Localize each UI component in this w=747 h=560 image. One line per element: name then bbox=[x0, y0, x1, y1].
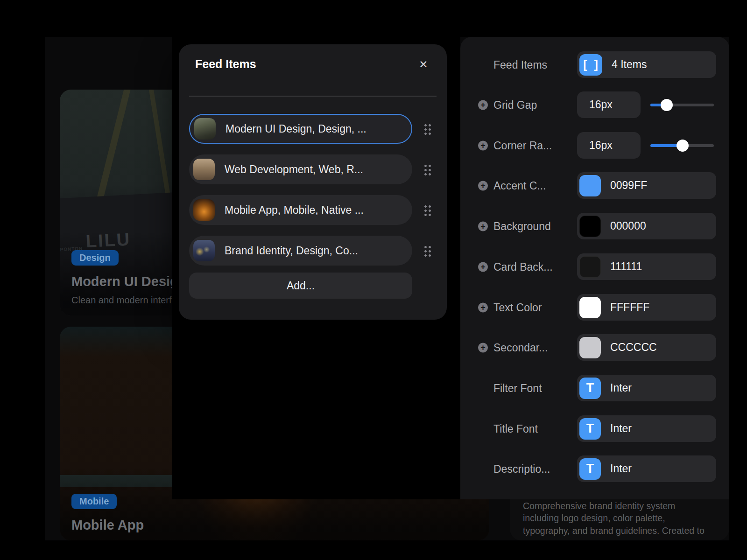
drag-handle-icon[interactable] bbox=[423, 123, 431, 135]
color-swatch bbox=[579, 175, 601, 196]
drag-handle-icon[interactable] bbox=[423, 163, 431, 175]
panel-row-corner-radius: + Corner Ra... 16px bbox=[460, 132, 729, 159]
add-property-icon[interactable]: + bbox=[478, 100, 488, 110]
add-property-icon[interactable]: + bbox=[478, 262, 488, 272]
feed-item-row[interactable]: Web Development, Web, R... bbox=[189, 154, 412, 184]
close-icon[interactable]: ✕ bbox=[416, 56, 431, 72]
add-property-icon[interactable]: + bbox=[478, 140, 488, 150]
item-thumbnail bbox=[193, 199, 215, 221]
slider-thumb[interactable] bbox=[677, 140, 689, 152]
card-description: Comprehensive brand identity system incl… bbox=[523, 500, 713, 537]
color-swatch bbox=[579, 256, 601, 278]
modal-title: Feed Items bbox=[195, 57, 256, 71]
description-font-control[interactable]: T Inter bbox=[577, 455, 716, 482]
panel-row-text-color: + Text Color FFFFFF bbox=[460, 294, 729, 321]
font-icon: T bbox=[579, 378, 601, 399]
background-color-control[interactable]: 000000 bbox=[577, 213, 716, 239]
grid-gap-value[interactable]: 16px bbox=[577, 91, 641, 118]
color-swatch bbox=[579, 297, 601, 318]
brackets-icon: [ ] bbox=[579, 54, 602, 76]
category-badge: Design bbox=[71, 250, 119, 266]
properties-panel: Feed Items [ ] 4 Items + Grid Gap 16px +… bbox=[460, 37, 729, 499]
feed-items-modal: Feed Items ✕ Modern UI Design, Design, .… bbox=[179, 44, 447, 320]
color-swatch bbox=[579, 337, 601, 358]
item-thumbnail bbox=[193, 159, 215, 180]
secondary-color-control[interactable]: CCCCCC bbox=[577, 334, 716, 361]
feed-items-control[interactable]: [ ] 4 Items bbox=[577, 51, 716, 78]
property-label: Background bbox=[493, 220, 551, 232]
add-property-icon[interactable]: + bbox=[478, 221, 488, 231]
property-label: Card Back... bbox=[493, 260, 553, 273]
property-label: Corner Ra... bbox=[493, 139, 552, 152]
add-property-icon[interactable]: + bbox=[478, 181, 488, 190]
corner-radius-slider[interactable] bbox=[650, 132, 714, 159]
panel-row-filter-font: Filter Font T Inter bbox=[460, 375, 729, 401]
panel-row-feed-items: Feed Items [ ] 4 Items bbox=[460, 51, 729, 78]
slider-thumb[interactable] bbox=[661, 99, 673, 111]
feed-item-row[interactable]: Modern UI Design, Design, ... bbox=[189, 114, 412, 144]
panel-row-accent-color: + Accent C... 0099FF bbox=[460, 172, 729, 199]
property-label: Filter Font bbox=[493, 382, 542, 394]
add-property-icon[interactable]: + bbox=[478, 343, 488, 352]
feed-item-row[interactable]: Brand Identity, Design, Co... bbox=[189, 236, 412, 266]
add-item-button[interactable]: Add... bbox=[189, 273, 412, 299]
color-swatch bbox=[579, 216, 601, 237]
title-font-control[interactable]: T Inter bbox=[577, 415, 716, 442]
grid-gap-slider[interactable] bbox=[650, 91, 714, 118]
drag-handle-icon[interactable] bbox=[423, 245, 431, 257]
panel-row-description-font: Descriptio... T Inter bbox=[460, 455, 729, 482]
filter-font-control[interactable]: T Inter bbox=[577, 375, 716, 401]
property-label: Descriptio... bbox=[493, 462, 550, 475]
category-badge: Mobile bbox=[71, 494, 117, 509]
divider bbox=[189, 96, 437, 97]
corner-radius-value[interactable]: 16px bbox=[577, 132, 641, 159]
panel-row-grid-gap: + Grid Gap 16px bbox=[460, 91, 729, 118]
accent-color-control[interactable]: 0099FF bbox=[577, 172, 716, 199]
item-thumbnail bbox=[193, 240, 215, 261]
property-label: Title Font bbox=[493, 422, 538, 435]
property-label: Grid Gap bbox=[493, 98, 537, 111]
panel-row-title-font: Title Font T Inter bbox=[460, 415, 729, 442]
panel-row-background-color: + Background 000000 bbox=[460, 213, 729, 239]
property-label: Accent C... bbox=[493, 179, 546, 192]
text-color-control[interactable]: FFFFFF bbox=[577, 294, 716, 321]
card-title: Mobile App bbox=[71, 518, 480, 533]
feed-item-row[interactable]: Mobile App, Mobile, Native ... bbox=[189, 195, 412, 225]
app-canvas: LILU PONTON Design Modern UI Design Clea… bbox=[0, 0, 747, 560]
item-thumbnail bbox=[194, 118, 216, 140]
panel-row-secondary-color: + Secondar... CCCCCC bbox=[460, 334, 729, 361]
property-label: Text Color bbox=[493, 301, 542, 314]
property-label: Feed Items bbox=[493, 58, 547, 71]
add-property-icon[interactable]: + bbox=[478, 302, 488, 312]
card-background-control[interactable]: 111111 bbox=[577, 253, 716, 280]
drag-handle-icon[interactable] bbox=[423, 204, 431, 216]
font-icon: T bbox=[579, 418, 601, 440]
panel-row-card-background: + Card Back... 111111 bbox=[460, 253, 729, 280]
font-icon: T bbox=[579, 458, 601, 480]
property-label: Secondar... bbox=[493, 341, 548, 354]
